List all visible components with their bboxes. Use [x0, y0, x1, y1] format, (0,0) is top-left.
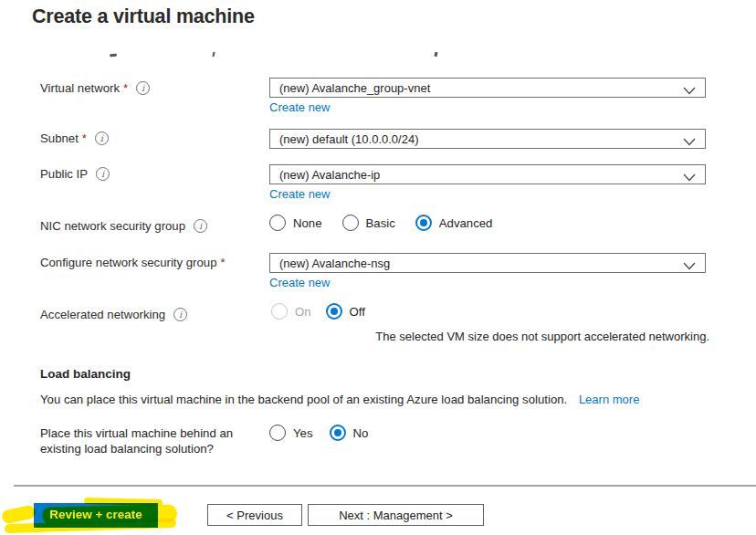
subnet-label: Subnet * i: [40, 131, 109, 145]
radio-circle-disabled: [271, 303, 288, 320]
radio-basic[interactable]: Basic: [342, 215, 395, 231]
radio-circle[interactable]: [342, 215, 359, 231]
radio-yes[interactable]: Yes: [269, 425, 313, 441]
radio-on-disabled: On: [271, 303, 311, 320]
accelerated-networking-label: Accelerated networking i: [40, 308, 187, 321]
info-icon[interactable]: i: [136, 81, 150, 95]
nic-nsg-radio-group: None Basic Advanced: [269, 215, 512, 231]
virtual-network-select[interactable]: (new) Avalanche_group-vnet: [269, 78, 706, 98]
accelerated-networking-radio-group: On Off: [271, 303, 385, 320]
create-vm-networking-page: Create a virtual machine Virtual network…: [0, 0, 756, 535]
chevron-down-icon: [683, 84, 696, 98]
footer-divider: [14, 485, 756, 487]
virtual-network-create-new-link[interactable]: Create new: [269, 100, 330, 114]
subnet-value: (new) default (10.0.0.0/24): [279, 132, 418, 146]
chevron-down-icon: [683, 135, 696, 149]
next-management-button[interactable]: Next : Management >: [308, 504, 484, 526]
info-icon[interactable]: i: [96, 167, 110, 181]
public-ip-select[interactable]: (new) Avalanche-ip: [269, 164, 706, 184]
configure-nsg-select[interactable]: (new) Avalanche-nsg: [269, 253, 706, 273]
configure-nsg-value: (new) Avalanche-nsg: [279, 257, 390, 270]
page-title: Create a virtual machine: [32, 5, 255, 28]
chevron-down-icon: [683, 259, 696, 273]
radio-circle[interactable]: [269, 425, 286, 441]
radio-advanced[interactable]: Advanced: [415, 215, 493, 231]
radio-off[interactable]: Off: [326, 303, 365, 320]
learn-more-link[interactable]: Learn more: [579, 393, 639, 406]
accelerated-networking-note: The selected VM size does not support ac…: [269, 330, 709, 343]
nic-nsg-label: NIC network security group i: [40, 219, 207, 233]
configure-nsg-create-new-link[interactable]: Create new: [269, 276, 330, 289]
public-ip-label: Public IP i: [40, 167, 110, 181]
required-marker: *: [123, 81, 128, 95]
public-ip-value: (new) Avalanche-ip: [279, 168, 380, 182]
radio-none[interactable]: None: [269, 215, 322, 231]
configure-nsg-label: Configure network security group *: [40, 256, 226, 269]
load-balancing-radio-group: Yes No: [269, 425, 388, 441]
load-balancing-question: Place this virtual machine behind an exi…: [40, 426, 267, 456]
public-ip-create-new-link[interactable]: Create new: [269, 187, 330, 201]
radio-circle-selected[interactable]: [415, 215, 432, 231]
required-marker: *: [221, 256, 226, 269]
info-icon[interactable]: i: [194, 219, 207, 233]
load-balancing-heading: Load balancing: [40, 367, 131, 381]
required-marker: *: [82, 131, 87, 145]
load-balancing-description-row: You can place this virtual machine in th…: [40, 393, 639, 406]
previous-button[interactable]: < Previous: [207, 504, 302, 526]
chevron-down-icon: [683, 171, 696, 184]
subnet-select[interactable]: (new) default (10.0.0.0/24): [269, 129, 706, 149]
review-create-highlight-area: Review + create: [0, 496, 194, 535]
info-icon[interactable]: i: [173, 308, 187, 321]
radio-no[interactable]: No: [330, 425, 369, 441]
load-balancing-description: You can place this virtual machine in th…: [40, 393, 567, 406]
virtual-network-label: Virtual network * i: [40, 81, 150, 95]
virtual-network-value: (new) Avalanche_group-vnet: [279, 81, 430, 95]
radio-circle[interactable]: [269, 215, 286, 231]
info-icon[interactable]: i: [95, 131, 109, 145]
highlighter-stroke: [1, 504, 37, 524]
radio-circle-selected[interactable]: [326, 303, 342, 320]
radio-circle-selected[interactable]: [330, 425, 346, 441]
